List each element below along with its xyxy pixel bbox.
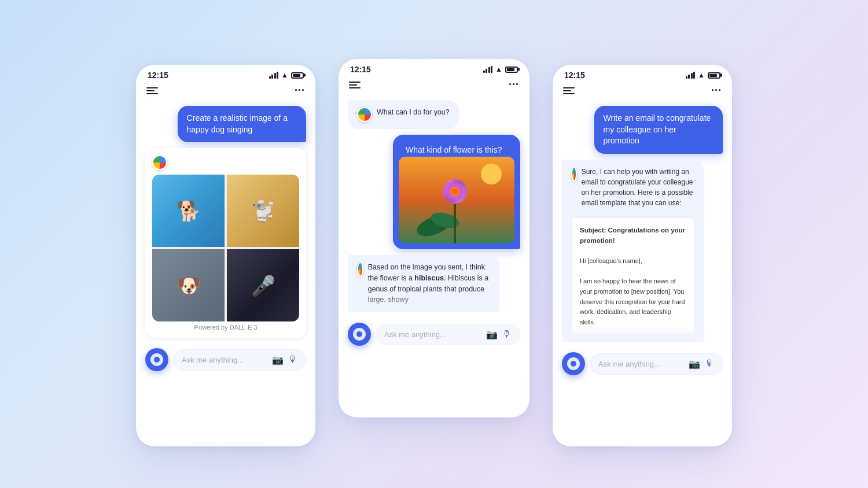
ai-intro-text: Sure, I can help you with writing an ema…: [582, 167, 694, 208]
center-chat-content: What can I do for you? What kind of flow…: [339, 95, 529, 317]
ai-send-button-center[interactable]: [348, 323, 371, 346]
center-menu-icon[interactable]: [349, 82, 361, 88]
right-phone: 12:15 ▲ ··· Write an email to congrat: [553, 65, 732, 446]
wifi-icon: ▲: [281, 72, 288, 79]
camera-icon-right[interactable]: 📷: [689, 358, 700, 369]
right-input-bar: Ask me anything... 📷 🎙: [553, 346, 732, 385]
left-input-icons: 📷 🎙: [272, 354, 297, 365]
ai-avatar-right: [571, 167, 577, 182]
signal-icon-center: [483, 66, 493, 73]
dog-image-4: 🎤: [227, 249, 299, 321]
left-input-bar: Ask me anything... 📷 🎙: [136, 342, 315, 380]
left-input-field[interactable]: Ask me anything... 📷 🎙: [173, 349, 306, 371]
mic-icon-right[interactable]: 🎙: [705, 358, 714, 369]
camera-icon-left[interactable]: 📷: [272, 354, 284, 365]
flower-image: [399, 157, 514, 243]
dog-image-grid: 🐕 🐩 🐶 🎤: [152, 175, 299, 321]
dog-image-1: 🐕: [152, 175, 225, 247]
right-time: 12:15: [564, 71, 585, 80]
center-phone: 12:15 ▲ ··· What can I do fo: [339, 59, 529, 417]
powered-by-label: Powered by DALL-E 3: [152, 324, 299, 331]
menu-icon[interactable]: [146, 87, 158, 94]
dog-image-3: 🐶: [152, 249, 225, 321]
signal-icon: [269, 72, 279, 79]
battery-icon: [291, 72, 304, 79]
center-time: 12:15: [350, 65, 371, 74]
signal-icon-right: [686, 72, 696, 79]
center-input-field[interactable]: Ask me anything... 📷 🎙: [376, 324, 520, 345]
right-menu-icon[interactable]: [563, 87, 575, 94]
left-nav-bar: ···: [136, 83, 315, 101]
center-status-icons: ▲: [483, 66, 518, 73]
ai-send-button-right[interactable]: [562, 352, 585, 375]
ai-avatar-center: [357, 107, 372, 122]
center-input-bar: Ask me anything... 📷 🎙: [339, 317, 529, 355]
right-status-icons: ▲: [686, 72, 720, 79]
wifi-icon-center: ▲: [495, 66, 502, 73]
flower-message-bubble: What kind of flower is this?: [393, 135, 520, 249]
left-status-icons: ▲: [269, 72, 304, 79]
ai-avatar-left: [152, 155, 167, 170]
left-chat-content: Create a realistic image of a happy dog …: [136, 101, 315, 342]
left-time: 12:15: [148, 71, 168, 80]
svg-rect-4: [454, 203, 456, 243]
center-more-options-icon[interactable]: ···: [509, 79, 519, 91]
email-template: Subject: Congratulations on your promoti…: [571, 217, 694, 335]
center-input-icons: 📷 🎙: [486, 329, 512, 340]
right-nav-bar: ···: [553, 83, 732, 101]
ai-email-response-bubble: Sure, I can help you with writing an ema…: [562, 160, 704, 342]
dog-image-2: 🐩: [227, 175, 299, 247]
right-chat-content: Write an email to congratulate my collea…: [553, 101, 732, 346]
flower-question-text: What kind of flower is this?: [399, 141, 514, 157]
user-message-bubble: Create a realistic image of a happy dog …: [178, 106, 306, 142]
ai-image-response: 🐕 🐩 🐶 🎤 Powered by DALL-E 3: [145, 148, 306, 338]
right-input-placeholder: Ask me anything...: [598, 360, 684, 368]
battery-icon-center: [505, 66, 518, 73]
email-greeting: Hi [colleague's name],: [580, 256, 686, 267]
more-options-icon[interactable]: ···: [295, 84, 305, 97]
left-phone: 12:15 ▲ ··· Create a realistic image: [136, 65, 315, 446]
center-input-placeholder: Ask me anything...: [384, 330, 481, 339]
wifi-icon-right: ▲: [698, 72, 705, 79]
right-input-icons: 📷 🎙: [689, 358, 714, 369]
right-more-options-icon[interactable]: ···: [711, 84, 722, 97]
svg-point-11: [452, 188, 458, 194]
mic-icon-center[interactable]: 🎙: [502, 329, 512, 339]
camera-icon-center[interactable]: 📷: [486, 329, 498, 340]
mic-icon-left[interactable]: 🎙: [288, 354, 297, 365]
ai-greeting-bubble: What can I do for you?: [348, 100, 459, 129]
battery-icon-right: [708, 72, 720, 79]
svg-point-1: [481, 164, 502, 184]
phones-container: 12:15 ▲ ··· Create a realistic image: [0, 0, 868, 488]
left-status-bar: 12:15 ▲: [136, 65, 315, 83]
ai-send-button-left[interactable]: [145, 348, 168, 371]
right-status-bar: 12:15 ▲: [553, 65, 732, 83]
right-input-field[interactable]: Ask me anything... 📷 🎙: [590, 353, 723, 375]
center-nav-bar: ···: [339, 77, 529, 95]
left-input-placeholder: Ask me anything...: [182, 356, 267, 364]
flower-svg: [399, 157, 514, 243]
center-status-bar: 12:15 ▲: [339, 59, 529, 77]
ai-flower-response-bubble: Based on the image you sent, I think the…: [348, 255, 499, 312]
email-body: I am so happy to hear the news of your p…: [580, 276, 686, 327]
ai-avatar-center-2: [357, 262, 363, 277]
email-subject: Subject: Congratulations on your promoti…: [580, 225, 686, 246]
right-user-message-bubble: Write an email to congratulate my collea…: [594, 106, 723, 154]
